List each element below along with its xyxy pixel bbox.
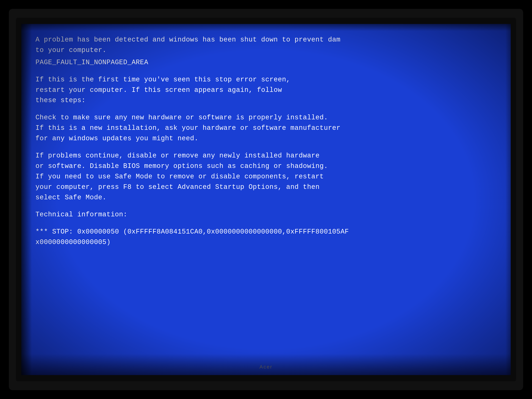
first-time-line3: these steps: bbox=[35, 95, 497, 106]
problems-line1: If problems continue, disable or remove … bbox=[35, 151, 497, 161]
check-line2: If this is a new installation, ask your … bbox=[35, 123, 497, 133]
first-time-section: If this is the first time you've seen th… bbox=[35, 75, 497, 106]
first-time-line2: restart your computer. If this screen ap… bbox=[35, 85, 497, 95]
problems-line5: select Safe Mode. bbox=[35, 192, 497, 203]
check-line3: for any windows updates you might need. bbox=[35, 133, 497, 144]
error-code: PAGE_FAULT_IN_NONPAGED_AREA bbox=[35, 57, 497, 68]
problems-continue-section: If problems continue, disable or remove … bbox=[35, 151, 497, 203]
error-code-section: PAGE_FAULT_IN_NONPAGED_AREA bbox=[35, 57, 497, 68]
first-time-line1: If this is the first time you've seen th… bbox=[35, 75, 497, 85]
monitor-outer: A problem has been detected and windows … bbox=[9, 9, 523, 390]
problems-line2: or software. Disable BIOS memory options… bbox=[35, 161, 497, 171]
bsod-screen: A problem has been detected and windows … bbox=[21, 24, 511, 375]
stop-line2: x0000000000000005) bbox=[35, 237, 497, 247]
acer-logo: Acer bbox=[260, 364, 272, 370]
intro-line1: A problem has been detected and windows … bbox=[35, 35, 497, 45]
tech-info-section: Technical information: bbox=[35, 209, 497, 220]
intro-line2: to your computer. bbox=[35, 45, 497, 56]
intro-section: A problem has been detected and windows … bbox=[35, 35, 497, 56]
bsod-content: A problem has been detected and windows … bbox=[21, 24, 511, 265]
problems-line3: If you need to use Safe Mode to remove o… bbox=[35, 171, 497, 182]
check-hardware-section: Check to make sure any new hardware or s… bbox=[35, 112, 497, 144]
tech-info-label: Technical information: bbox=[35, 209, 497, 220]
stop-line1: *** STOP: 0x00000050 (0xFFFFF8A084151CA0… bbox=[35, 227, 497, 237]
check-line1: Check to make sure any new hardware or s… bbox=[35, 112, 497, 123]
problems-line4: your computer, press F8 to select Advanc… bbox=[35, 182, 497, 192]
monitor-bezel: A problem has been detected and windows … bbox=[16, 18, 516, 381]
stop-code-section: *** STOP: 0x00000050 (0xFFFFF8A084151CA0… bbox=[35, 227, 497, 247]
